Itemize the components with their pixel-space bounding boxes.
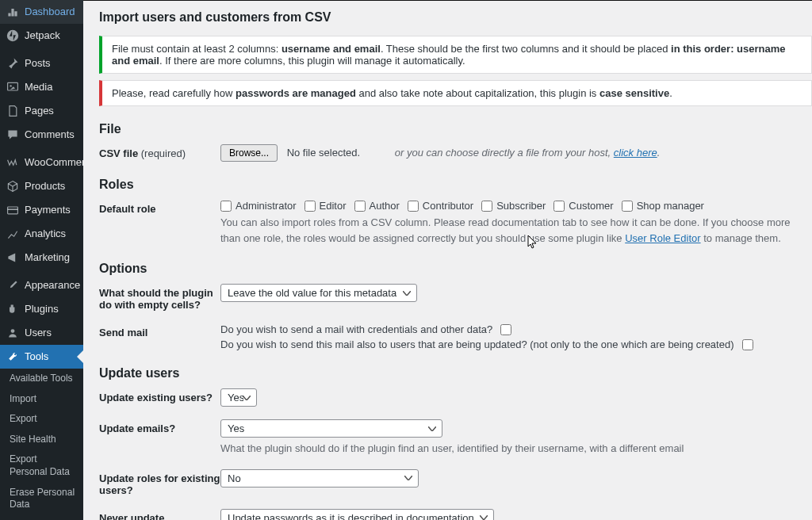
section-roles-heading: Roles	[99, 178, 812, 192]
update-existing-select[interactable]: Yes	[220, 388, 257, 407]
dashboard-icon	[6, 6, 19, 18]
sidebar-item-label: Products	[25, 180, 65, 193]
update-existing-label: Update existing users?	[99, 388, 220, 403]
sidebar-item-label: Comments	[25, 128, 75, 141]
never-update-pw-label: Never update passwords?	[99, 509, 220, 521]
send-mail-label: Send mail	[99, 323, 220, 338]
send-mail-q1-row: Do you wish to send a mail with credenti…	[220, 323, 511, 335]
role-checkbox[interactable]	[481, 201, 492, 212]
brush-icon	[6, 279, 19, 292]
sidebar-item-label: Plugins	[25, 303, 59, 315]
notice-columns: File must contain at least 2 columns: us…	[99, 36, 812, 74]
submenu-item[interactable]: Site Health	[0, 430, 83, 450]
sidebar-item-posts[interactable]: Posts	[0, 52, 83, 75]
update-roles-label: Update roles for existing users?	[99, 469, 220, 496]
sidebar-item-label: Jetpack	[25, 29, 60, 42]
sidebar-item-marketing[interactable]: Marketing	[0, 246, 83, 270]
wrench-icon	[6, 350, 19, 363]
section-update-heading: Update users	[99, 366, 812, 380]
role-checkbox-label[interactable]: Subscriber	[481, 200, 546, 212]
roles-description: You can also import roles from a CSV col…	[220, 215, 812, 246]
empty-cells-select[interactable]: Leave the old value for this metadata	[220, 284, 417, 302]
megaphone-icon	[6, 251, 19, 264]
section-options-heading: Options	[99, 262, 812, 276]
svg-rect-1	[8, 82, 18, 90]
role-checkbox[interactable]	[622, 201, 633, 212]
submenu-item[interactable]: Available Tools	[0, 369, 83, 389]
page-icon	[6, 105, 19, 117]
role-checkbox-label[interactable]: Editor	[304, 200, 347, 212]
role-checkbox-label[interactable]: Customer	[553, 200, 613, 212]
sidebar-item-label: Appearance	[25, 279, 80, 292]
sidebar-item-appearance[interactable]: Appearance	[0, 273, 83, 297]
woo-icon	[6, 156, 19, 169]
browse-button[interactable]: Browse...	[220, 144, 278, 162]
update-roles-select[interactable]: No	[220, 469, 419, 488]
sidebar-item-media[interactable]: Media	[0, 75, 83, 99]
role-checkbox-label[interactable]: Author	[354, 200, 400, 212]
svg-point-2	[10, 85, 11, 86]
role-checkbox-label[interactable]: Contributor	[408, 200, 473, 212]
send-mail-updated-checkbox[interactable]	[742, 339, 753, 350]
sidebar-item-tools[interactable]: Tools	[0, 345, 83, 369]
sidebar-item-label: Pages	[25, 105, 54, 117]
role-checkbox[interactable]	[220, 201, 232, 212]
file-status: No file selected.	[287, 147, 361, 159]
sidebar-item-label: Analytics	[25, 228, 66, 240]
card-icon	[6, 204, 19, 216]
sidebar-item-woocommerce[interactable]: WooCommerce	[0, 151, 83, 174]
sidebar-item-jetpack[interactable]: Jetpack	[0, 24, 83, 48]
sidebar-item-label: Posts	[25, 57, 51, 70]
sidebar-item-label: Payments	[25, 204, 71, 216]
empty-cells-label: What should the plugin do with empty cel…	[99, 284, 220, 311]
roles-checkbox-group: AdministratorEditorAuthorContributorSubs…	[220, 200, 812, 212]
csv-file-label: CSV file (required)	[99, 144, 220, 159]
role-checkbox[interactable]	[553, 201, 565, 212]
svg-point-0	[7, 30, 18, 41]
submenu-item[interactable]: Export	[0, 409, 83, 430]
svg-rect-3	[8, 207, 18, 214]
user-role-editor-link[interactable]: User Role Editor	[625, 232, 700, 244]
section-file-heading: File	[99, 122, 812, 136]
sidebar-item-label: Media	[25, 81, 52, 94]
click-here-link[interactable]: click here	[614, 147, 657, 159]
default-role-label: Default role	[99, 200, 220, 215]
submenu-item[interactable]: Export Personal Data	[0, 449, 83, 482]
comment-icon	[6, 128, 19, 141]
send-mail-credentials-checkbox[interactable]	[500, 324, 511, 335]
page-title: Import users and customers from CSV	[99, 10, 812, 25]
file-helper: or you can choose directly a file from y…	[395, 147, 661, 159]
update-emails-select[interactable]: Yes	[220, 419, 442, 438]
sidebar-item-label: Tools	[25, 350, 48, 363]
role-checkbox[interactable]	[304, 201, 316, 212]
chart-icon	[6, 228, 19, 240]
submenu-item[interactable]: Delete Site	[0, 515, 83, 520]
user-icon	[6, 327, 19, 339]
role-checkbox-label[interactable]: Administrator	[220, 200, 297, 212]
sidebar-item-products[interactable]: Products	[0, 174, 83, 198]
sidebar-item-plugins[interactable]: Plugins	[0, 297, 83, 321]
sidebar-item-comments[interactable]: Comments	[0, 123, 83, 147]
sidebar-item-label: Marketing	[25, 251, 70, 264]
sidebar-item-users[interactable]: Users	[0, 321, 83, 345]
update-emails-label: Update emails?	[99, 419, 220, 434]
update-emails-desc: What the plugin should do if the plugin …	[220, 441, 812, 457]
sidebar-item-dashboard[interactable]: Dashboard	[0, 0, 83, 24]
sidebar-item-payments[interactable]: Payments	[0, 198, 83, 222]
jetpack-icon	[6, 29, 19, 42]
pin-icon	[6, 57, 19, 70]
sidebar-item-label: Dashboard	[25, 6, 75, 18]
role-checkbox[interactable]	[354, 201, 366, 212]
svg-rect-4	[8, 208, 18, 210]
never-update-pw-select[interactable]: Update passwords as it is described in d…	[220, 509, 494, 521]
sidebar-item-analytics[interactable]: Analytics	[0, 222, 83, 246]
sidebar-item-pages[interactable]: Pages	[0, 99, 83, 123]
submenu-item[interactable]: Import	[0, 389, 83, 410]
svg-point-5	[11, 329, 15, 333]
sidebar-item-label: WooCommerce	[25, 156, 83, 169]
role-checkbox[interactable]	[408, 201, 419, 212]
submenu-item[interactable]: Erase Personal Data	[0, 483, 83, 515]
role-checkbox-label[interactable]: Shop manager	[622, 200, 704, 212]
plug-icon	[6, 303, 19, 315]
cube-icon	[6, 180, 19, 193]
